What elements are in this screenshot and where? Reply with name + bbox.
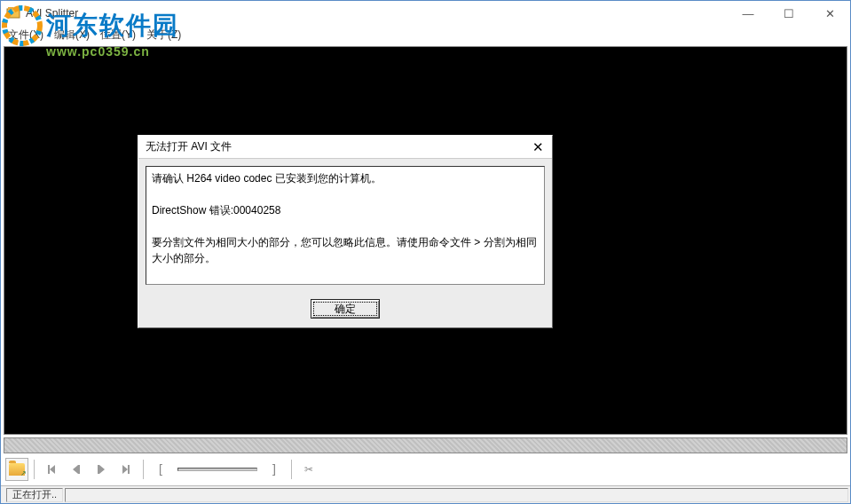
error-dialog: 无法打开 AVI 文件 ✕ 请确认 H264 video codec 已安装到您… — [138, 135, 553, 328]
maximize-button[interactable]: ☐ — [768, 1, 809, 26]
first-frame-button[interactable] — [40, 458, 63, 481]
open-file-button[interactable] — [5, 458, 28, 481]
bracket-right-icon: ] — [271, 462, 278, 476]
dialog-line3: 要分割文件为相同大小的部分，您可以忽略此信息。请使用命令文件 > 分割为相同大小… — [152, 236, 537, 264]
timeline-track[interactable] — [4, 437, 847, 453]
statusbar: 正在打开.. — [1, 485, 850, 503]
ok-button[interactable]: 确定 — [311, 299, 380, 319]
mark-in-button[interactable]: [ — [149, 458, 172, 481]
triangle-right-icon — [99, 465, 105, 474]
range-slider[interactable] — [177, 468, 257, 471]
mark-out-button[interactable]: ] — [263, 458, 286, 481]
status-spacer — [65, 488, 848, 502]
dialog-line1: 请确认 H264 video codec 已安装到您的计算机。 — [152, 172, 382, 185]
status-text: 正在打开.. — [6, 488, 63, 502]
bracket-left-icon: [ — [157, 462, 164, 476]
toolbar: [ ] — [4, 456, 847, 483]
dialog-button-row: 确定 — [138, 292, 552, 327]
watermark-url: www.pc0359.cn — [2, 44, 179, 59]
dialog-title: 无法打开 AVI 文件 — [146, 139, 524, 154]
toolbar-separator — [143, 460, 144, 479]
window-controls: — ☐ ✕ — [728, 1, 850, 26]
dialog-line2: DirectShow 错误:00040258 — [152, 204, 280, 217]
scissors-icon — [304, 463, 313, 476]
last-frame-button[interactable] — [114, 458, 138, 481]
step-forward-button[interactable] — [90, 458, 113, 481]
toolbar-separator — [291, 460, 292, 479]
watermark: 河东软件园 www.pc0359.cn — [2, 5, 179, 59]
step-back-button[interactable] — [65, 458, 88, 481]
toolbar-separator — [34, 460, 35, 479]
dialog-message-textbox[interactable]: 请确认 H264 video codec 已安装到您的计算机。 DirectSh… — [146, 166, 545, 285]
close-button[interactable]: ✕ — [809, 1, 850, 26]
watermark-text: 河东软件园 — [46, 9, 179, 43]
triangle-left-icon — [50, 465, 55, 474]
cut-button[interactable] — [297, 458, 320, 481]
bar-icon — [128, 465, 130, 474]
folder-icon — [9, 463, 25, 476]
dialog-titlebar[interactable]: 无法打开 AVI 文件 ✕ — [138, 136, 552, 159]
dialog-close-button[interactable]: ✕ — [524, 136, 552, 158]
bar-icon — [78, 465, 80, 474]
watermark-logo-icon — [2, 5, 43, 46]
dialog-body: 请确认 H264 video codec 已安装到您的计算机。 DirectSh… — [138, 159, 552, 292]
minimize-button[interactable]: — — [728, 1, 768, 26]
